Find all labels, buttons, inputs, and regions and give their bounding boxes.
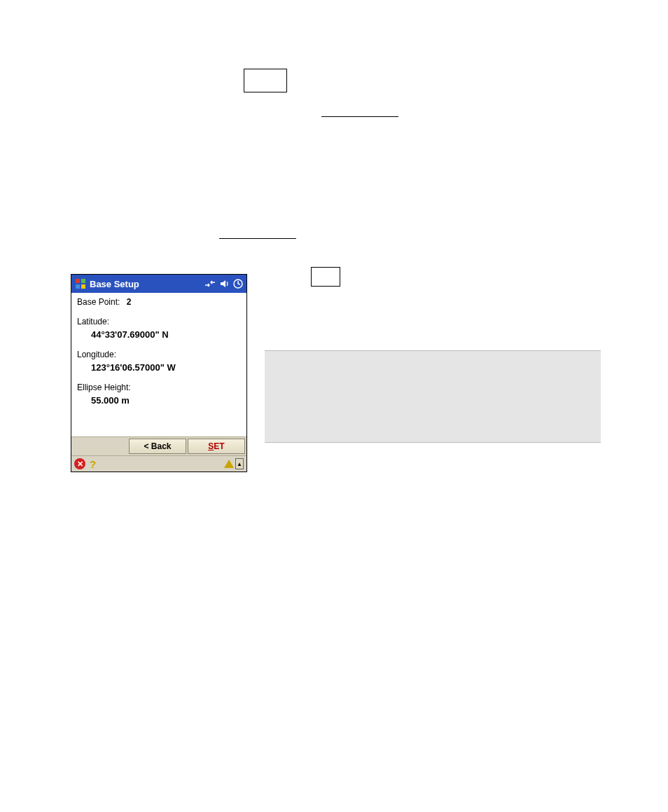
button-bar: < Back SET — [71, 436, 246, 455]
set-button[interactable]: SET — [188, 439, 245, 454]
svg-rect-0 — [76, 279, 80, 283]
titlebar: Base Setup — [71, 275, 246, 293]
base-point-value: 2 — [127, 297, 132, 307]
connectivity-icon[interactable] — [204, 278, 216, 289]
windows-flag-icon[interactable] — [74, 277, 87, 290]
gray-panel — [265, 350, 601, 443]
up-arrow-icon[interactable]: ▲ — [235, 458, 244, 469]
base-point-row: Base Point: 2 — [77, 297, 241, 307]
set-button-suffix: ET — [214, 441, 224, 451]
device-window: Base Setup Base Point — [71, 274, 247, 472]
close-icon[interactable]: ✕ — [74, 458, 85, 469]
device-body: Base Point: 2 Latitude: 44°33'07.69000" … — [71, 293, 246, 436]
back-button[interactable]: < Back — [129, 439, 186, 454]
latitude-label: Latitude: — [77, 317, 241, 326]
svg-rect-1 — [81, 279, 85, 283]
status-bar: ✕ ? ▲ — [71, 455, 246, 472]
set-button-underline: S — [208, 441, 214, 451]
svg-rect-3 — [81, 284, 85, 289]
underline-decor-2 — [219, 238, 296, 239]
base-point-label: Base Point: — [77, 297, 120, 307]
svg-rect-2 — [76, 284, 80, 289]
window-title: Base Setup — [90, 279, 204, 289]
small-box — [311, 267, 340, 287]
speaker-icon[interactable] — [218, 278, 230, 289]
longitude-label: Longitude: — [77, 350, 241, 359]
next-box — [244, 69, 287, 92]
warning-icon[interactable] — [224, 460, 234, 468]
longitude-value: 123°16'06.57000" W — [77, 362, 241, 373]
latitude-value: 44°33'07.69000" N — [77, 329, 241, 340]
help-icon[interactable]: ? — [90, 458, 96, 470]
ellipse-height-value: 55.000 m — [77, 395, 241, 406]
ellipse-height-label: Ellipse Height: — [77, 383, 241, 392]
underline-decor-1 — [321, 116, 398, 117]
clock-icon[interactable] — [232, 278, 244, 289]
